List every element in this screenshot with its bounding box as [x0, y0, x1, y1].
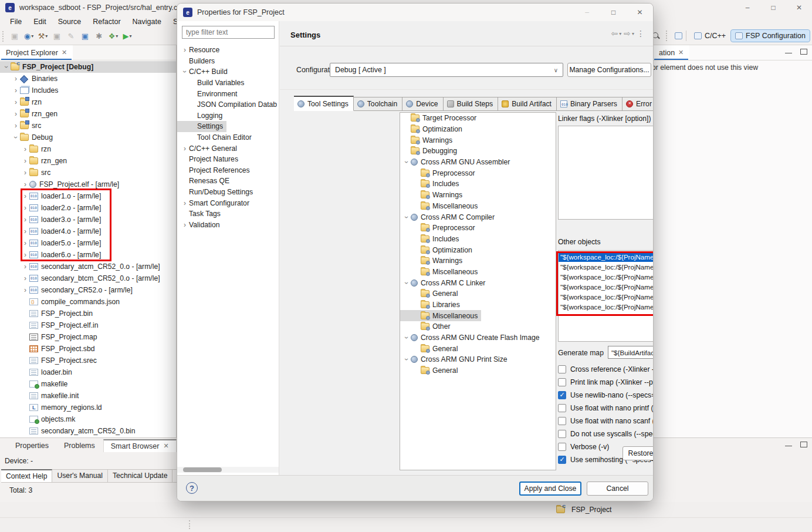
tree-item[interactable]: loader1.o - [arm/le]: [0, 190, 176, 202]
nav-tree-item[interactable]: C/C++ General: [177, 143, 278, 154]
menu-item[interactable]: Source: [53, 16, 87, 27]
tool-tree-item[interactable]: Includes: [400, 179, 556, 190]
expand-arrow-icon[interactable]: [21, 227, 29, 235]
tree-item[interactable]: objects.mk: [0, 413, 176, 425]
expand-arrow-icon[interactable]: [2, 63, 11, 71]
tool-tree-item[interactable]: Other: [400, 321, 556, 332]
tree-item[interactable]: Binaries: [0, 73, 176, 85]
expand-arrow-icon[interactable]: [21, 251, 29, 259]
checkbox[interactable]: [558, 404, 566, 412]
tree-item[interactable]: loader5.o - [arm/le]: [0, 237, 176, 249]
expand-arrow-icon[interactable]: [21, 274, 29, 282]
tree-item[interactable]: loader.bin: [0, 366, 176, 378]
tab-project-explorer[interactable]: Project Explorer✕: [0, 45, 73, 60]
tree-item[interactable]: src: [0, 120, 176, 132]
menu-item[interactable]: Refactor: [87, 16, 126, 27]
bottom-tab[interactable]: Problems✕: [57, 440, 102, 452]
tool-tree-item[interactable]: Target Processor: [400, 113, 556, 124]
tool-tree-item[interactable]: Debugging: [400, 146, 556, 157]
tree-item[interactable]: loader4.o - [arm/le]: [0, 225, 176, 237]
perspective-button[interactable]: C/C++: [690, 30, 730, 42]
tool-tree-item[interactable]: General: [400, 343, 556, 354]
menu-item[interactable]: Edit: [28, 16, 52, 27]
build-icon[interactable]: ⚒▾: [36, 30, 50, 43]
nav-tree-item[interactable]: Build Variables: [177, 78, 278, 89]
tool-tree-item[interactable]: Libraries: [400, 299, 556, 311]
help-tab[interactable]: Technical Update: [108, 469, 173, 483]
filter-input[interactable]: [182, 26, 275, 39]
nav-tree-item[interactable]: Smart Configurator: [177, 197, 278, 208]
checkbox[interactable]: [558, 391, 566, 399]
horizontal-scrollbar[interactable]: [177, 467, 279, 473]
tree-item[interactable]: FSP_Project.bin: [0, 308, 176, 319]
minimize-view-icon[interactable]: [785, 446, 792, 446]
perspective-button[interactable]: FSP Configuration: [731, 30, 810, 42]
help-tab[interactable]: Context Help: [1, 469, 52, 483]
other-object-item[interactable]: "${workspace_loc:/${ProjName}/Debug/load…: [559, 272, 654, 282]
tool-tree-item[interactable]: Miscellaneous: [400, 201, 556, 212]
tree-item[interactable]: FSP_Project.elf.in: [0, 319, 176, 331]
configuration-select[interactable]: Debug [ Active ]∨: [330, 63, 563, 77]
tool-tree-item[interactable]: Optimization: [400, 244, 556, 255]
tree-item[interactable]: FSP_Project.sbd: [0, 343, 176, 355]
expand-arrow-icon[interactable]: [21, 192, 29, 200]
settings-tab[interactable]: Build Artifact: [498, 97, 557, 111]
tree-item[interactable]: rzn: [0, 96, 176, 108]
nav-tree-item[interactable]: Validation: [177, 220, 278, 231]
expand-arrow-icon[interactable]: [402, 213, 411, 221]
checkbox-row[interactable]: Print link map (-Xlinker --print-map): [558, 376, 654, 389]
expand-arrow-icon[interactable]: [402, 355, 411, 363]
minimize-view-icon[interactable]: [785, 53, 792, 53]
tree-item[interactable]: makefile.init: [0, 390, 176, 402]
tool-tree-item[interactable]: Cross ARM C Compiler: [400, 211, 556, 223]
dialog-close-button[interactable]: ✕: [627, 4, 653, 21]
expand-arrow-icon[interactable]: [402, 279, 411, 287]
nav-tree-item[interactable]: Logging: [177, 110, 278, 122]
nav-tree-item[interactable]: Settings: [177, 121, 226, 132]
tree-item[interactable]: secondary_CR52.o - [arm/le]: [0, 284, 176, 296]
tree-item[interactable]: makefile: [0, 378, 176, 390]
expand-arrow-icon[interactable]: [12, 86, 20, 95]
tree-item[interactable]: secondary_atcm_CR52_0.bin: [0, 425, 176, 437]
other-object-item[interactable]: "${workspace_loc:/${ProjName}/Debug/load…: [559, 282, 654, 292]
checkbox-row[interactable]: Use float with nano printf (-u _printf_f…: [558, 402, 654, 415]
expand-arrow-icon[interactable]: [21, 286, 29, 294]
expand-arrow-icon[interactable]: [181, 221, 189, 229]
other-object-item[interactable]: "${workspace_loc:/${ProjName}/Debug/load…: [559, 302, 654, 312]
tree-item[interactable]: rzn_gen: [0, 155, 176, 167]
menu-item[interactable]: File: [5, 16, 27, 27]
settings-tab[interactable]: Tool Settings: [294, 96, 354, 111]
tree-item[interactable]: loader6.o - [arm/le]: [0, 249, 176, 261]
expand-arrow-icon[interactable]: [12, 75, 20, 83]
tree-item[interactable]: FSP_Project [Debug]: [0, 61, 176, 73]
nav-tree-item[interactable]: JSON Compilation Datab: [177, 99, 278, 110]
tab-configuration[interactable]: ation✕: [653, 45, 689, 60]
close-tab-icon[interactable]: ✕: [163, 442, 168, 450]
manage-configurations-button[interactable]: Manage Configurations...: [567, 63, 651, 77]
other-object-item[interactable]: "${workspace_loc:/${ProjName}/Debug/load…: [559, 292, 654, 302]
open-perspective-icon[interactable]: [675, 32, 682, 39]
tree-item[interactable]: secondary_btcm_CR52_0.o - [arm/le]: [0, 272, 176, 284]
tool-tree-item[interactable]: Cross ARM GNU Print Size: [400, 354, 556, 365]
minimize-button[interactable]: –: [735, 0, 760, 15]
tree-item[interactable]: compile_commands.json: [0, 296, 176, 308]
run-icon[interactable]: ▶▾: [120, 30, 134, 43]
expand-arrow-icon[interactable]: [181, 144, 189, 153]
checkbox[interactable]: [558, 430, 566, 438]
expand-arrow-icon[interactable]: [181, 68, 189, 76]
tool-tree-item[interactable]: Preprocessor: [400, 167, 556, 179]
debug-icon[interactable]: ❖▾: [106, 30, 120, 43]
close-tab-icon[interactable]: ✕: [62, 49, 67, 56]
bottom-tab[interactable]: Smart Browser✕: [103, 439, 177, 452]
settings-tab[interactable]: Toolchain: [354, 97, 403, 111]
nav-tree-item[interactable]: C/C++ Build: [177, 66, 278, 78]
tree-item[interactable]: rzn: [0, 143, 176, 155]
nav-tree-item[interactable]: Resource: [177, 45, 278, 56]
expand-arrow-icon[interactable]: [12, 122, 20, 130]
save-icon[interactable]: ▣▾: [8, 30, 22, 43]
tool-tree-item[interactable]: Cross ARM GNU Create Flash Image: [400, 332, 556, 344]
new-wizard-icon[interactable]: ▣▾: [50, 30, 64, 43]
help-icon[interactable]: ?: [186, 482, 198, 494]
nav-tree-item[interactable]: Renesas QE: [177, 176, 278, 187]
checkbox[interactable]: [558, 456, 566, 464]
